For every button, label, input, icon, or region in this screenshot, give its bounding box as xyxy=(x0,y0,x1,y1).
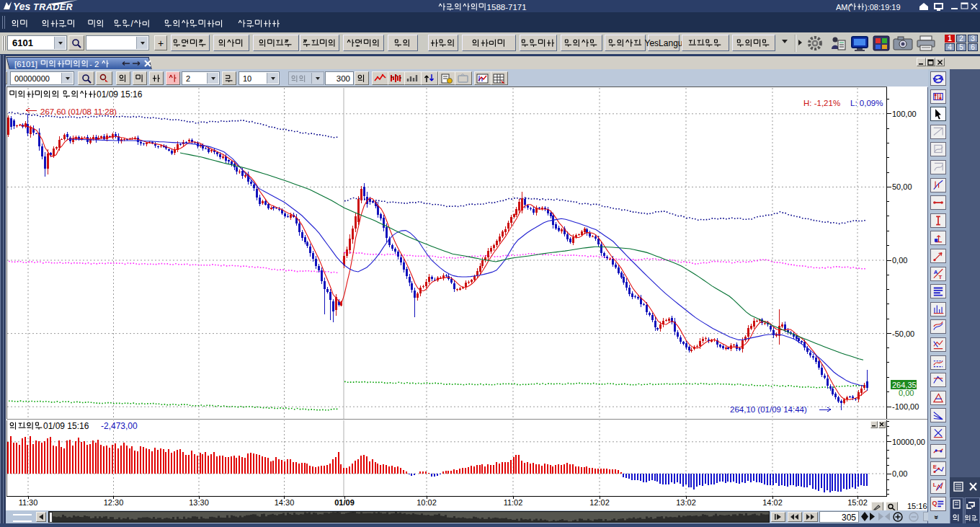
svg-text:50,00: 50,00 xyxy=(892,182,912,191)
svg-text:01/09: 01/09 xyxy=(334,498,355,507)
svg-text:12:02: 12:02 xyxy=(589,498,610,507)
svg-text:-50,00: -50,00 xyxy=(892,329,914,338)
svg-text:264,10 (01/09 14:44): 264,10 (01/09 14:44) xyxy=(730,405,807,414)
svg-text:L: 0,09%: L: 0,09% xyxy=(850,99,883,107)
svg-text:H: -1,21%: H: -1,21% xyxy=(803,99,840,107)
svg-text:Q: Q xyxy=(932,500,937,507)
svg-text:0,00: 0,00 xyxy=(892,256,907,265)
svg-text:267,60 (01/08 11:28): 267,60 (01/08 11:28) xyxy=(40,107,117,116)
svg-text:- 2: - 2 xyxy=(89,60,99,68)
svg-text:-100,00: -100,00 xyxy=(892,402,919,411)
svg-text:01/09 15:16: 01/09 15:16 xyxy=(43,421,89,431)
svg-text:/: / xyxy=(131,19,134,29)
svg-text:10:02: 10:02 xyxy=(416,498,437,507)
svg-text:14:30: 14:30 xyxy=(275,498,295,507)
svg-text:E: E xyxy=(933,464,937,470)
svg-text:13:02: 13:02 xyxy=(676,498,696,507)
svg-text:10000,00: 10000,00 xyxy=(892,438,925,446)
svg-text:0,00: 0,00 xyxy=(892,469,907,478)
svg-text:T: T xyxy=(939,274,943,280)
svg-text:):08:19:19: ):08:19:19 xyxy=(865,3,901,12)
svg-text:A: A xyxy=(934,269,938,275)
svg-text:[6101]: [6101] xyxy=(14,60,37,68)
svg-text:15:16: 15:16 xyxy=(907,502,927,510)
svg-text:14:02: 14:02 xyxy=(762,498,783,507)
svg-text:0,00: 0,00 xyxy=(899,389,914,397)
svg-text:15:02: 15:02 xyxy=(847,498,868,507)
svg-text:01/09 15:16: 01/09 15:16 xyxy=(97,89,143,99)
svg-text:13:30: 13:30 xyxy=(189,498,209,507)
svg-text:264,35: 264,35 xyxy=(892,381,917,389)
svg-text:1588-7171: 1588-7171 xyxy=(487,3,527,12)
svg-text:11:02: 11:02 xyxy=(504,498,523,507)
svg-text:L: L xyxy=(933,482,937,488)
svg-text:12:30: 12:30 xyxy=(104,498,124,507)
svg-text:-2,473,00: -2,473,00 xyxy=(101,421,138,431)
svg-text:AM(: AM( xyxy=(836,3,851,12)
svg-text:100,00: 100,00 xyxy=(892,110,917,118)
svg-text:11:30: 11:30 xyxy=(19,498,38,507)
